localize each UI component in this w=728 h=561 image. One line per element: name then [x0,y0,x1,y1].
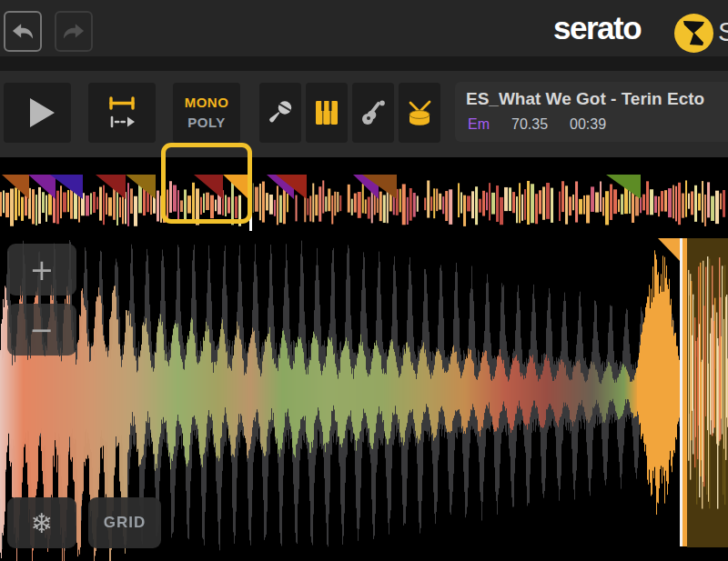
track-overview-strip[interactable] [0,175,728,231]
undo-icon [10,21,35,43]
track-key: Em [468,116,490,133]
redo-button[interactable] [55,11,93,52]
vocal-instrument-button[interactable] [259,83,301,143]
redo-icon [61,21,86,43]
divider-band [0,56,728,71]
serato-wordmark: serato [553,10,641,46]
freeze-button[interactable]: ❄ [7,497,76,548]
track-meta: Em 70.35 00:39 [468,116,606,133]
mic-icon [266,98,295,127]
track-title: ES_What We Got - Terin Ecto [466,89,728,109]
keys-instrument-button[interactable] [306,83,348,143]
snowflake-icon: ❄ [30,507,53,539]
track-bpm: 70.35 [511,116,548,133]
play-button[interactable] [4,83,71,143]
sample-bolt-icon [683,21,704,45]
guitar-icon [359,98,388,127]
guitar-instrument-button[interactable] [352,83,394,143]
keys-icon [313,98,340,127]
track-duration: 00:39 [570,116,606,133]
undo-button[interactable] [4,11,42,52]
grid-button[interactable]: GRID [88,497,161,548]
product-name-partial: S [718,16,728,47]
poly-label: POLY [187,113,225,134]
brand-mark-icon [674,14,713,53]
stretch-mode-button[interactable] [88,83,156,143]
zoom-out-button[interactable]: − [7,304,76,356]
plus-icon: + [30,253,55,287]
toolbar: MONO POLY [0,71,728,157]
drums-icon [404,98,435,127]
drums-instrument-button[interactable] [399,83,440,143]
zoom-in-button[interactable]: + [7,244,76,296]
mono-poly-toggle[interactable]: MONO POLY [173,83,240,143]
minus-icon: − [30,313,55,347]
grid-label: GRID [104,514,147,532]
play-icon [30,98,55,127]
mono-label: MONO [185,93,229,114]
top-bar: serato S [0,0,728,56]
track-info-panel[interactable]: ES_What We Got - Terin Ecto Em 70.35 00:… [455,82,728,142]
selection-marker-orange-line[interactable] [682,238,687,546]
overview-playhead[interactable] [249,175,252,231]
main-waveform-area[interactable]: + − ❄ GRID [0,235,728,561]
stretch-icon [103,95,141,131]
serato-sample-window: serato S [0,0,728,561]
